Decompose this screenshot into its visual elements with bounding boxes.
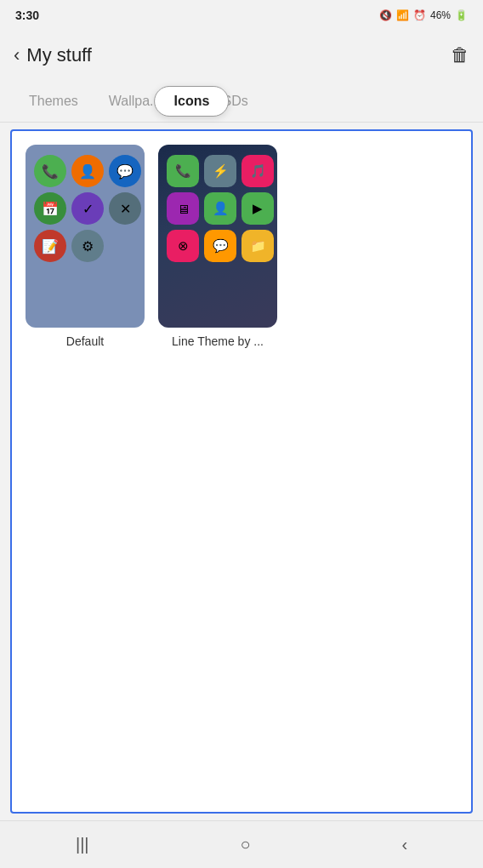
status-icons: 🔇 📶 ⏰ 46% 🔋 <box>379 9 468 21</box>
lt-share-icon: ⚡ <box>204 155 236 187</box>
bottom-nav: ||| ○ ‹ <box>0 820 483 868</box>
messages-icon: 💬 <box>109 155 141 187</box>
icon-set-default[interactable]: 📞 👤 💬 📅 ✓ ✕ 📝 ⚙ Default <box>26 145 145 348</box>
header-left: ‹ My stuff <box>14 44 92 66</box>
empty-icon <box>109 230 141 262</box>
battery-level: 46% <box>430 9 451 21</box>
x-icon: ✕ <box>109 192 141 225</box>
tab-themes[interactable]: Themes <box>14 85 94 117</box>
delete-button[interactable]: 🗑 <box>451 44 469 66</box>
settings-icon: ⚙ <box>71 230 104 262</box>
status-bar: 3:30 🔇 📶 ⏰ 46% 🔋 <box>0 0 483 31</box>
lt-phone-icon: 📞 <box>167 155 199 187</box>
lt-folder-icon: 📁 <box>242 230 274 262</box>
icon-set-line-theme[interactable]: 📞 ⚡ 🎵 🖥 👤 ▶ ⊗ 💬 📁 Line Theme by ... <box>158 145 277 348</box>
lt-block-icon: ⊗ <box>167 230 199 262</box>
default-preview: 📞 👤 💬 📅 ✓ ✕ 📝 ⚙ <box>26 145 145 328</box>
header: ‹ My stuff 🗑 <box>0 31 483 80</box>
phone-frame: 3:30 🔇 📶 ⏰ 46% 🔋 ‹ My stuff 🗑 Themes Wal… <box>0 0 483 868</box>
person-icon: 👤 <box>71 155 104 187</box>
tab-icons-container: Icons <box>176 93 207 110</box>
tab-bar: Themes Wallpa... Icons SDs <box>0 80 483 123</box>
tabs-wrapper: Themes Wallpa... Icons SDs <box>14 85 469 117</box>
back-button[interactable]: ‹ <box>14 44 20 66</box>
mute-icon: 🔇 <box>379 9 392 21</box>
nav-back-button[interactable]: ‹ <box>384 828 424 861</box>
icons-grid: 📞 👤 💬 📅 ✓ ✕ 📝 ⚙ Default <box>26 145 457 348</box>
page-title: My stuff <box>26 44 92 66</box>
line-theme-preview: 📞 ⚡ 🎵 🖥 👤 ▶ ⊗ 💬 📁 <box>158 145 277 328</box>
lt-display-icon: 🖥 <box>167 192 199 225</box>
content-area: 📞 👤 💬 📅 ✓ ✕ 📝 ⚙ Default <box>10 129 473 814</box>
nav-menu-button[interactable]: ||| <box>59 828 106 861</box>
wifi-icon: 📶 <box>396 9 409 21</box>
lt-chat-icon: 💬 <box>204 230 236 262</box>
battery-icon: 🔋 <box>455 9 468 21</box>
phone-icon: 📞 <box>34 155 66 187</box>
nav-home-button[interactable]: ○ <box>223 828 267 861</box>
default-label: Default <box>66 334 104 348</box>
lt-play-icon: ▶ <box>242 192 274 225</box>
alarm-icon: ⏰ <box>413 9 426 21</box>
calendar-icon: 📅 <box>34 192 66 225</box>
status-time: 3:30 <box>15 9 39 22</box>
lt-music-icon: 🎵 <box>242 155 274 187</box>
tab-icons[interactable]: Icons <box>155 86 230 117</box>
notes-icon: 📝 <box>34 230 66 262</box>
line-theme-label: Line Theme by ... <box>172 334 264 348</box>
lt-person-icon: 👤 <box>204 192 236 225</box>
check-icon: ✓ <box>71 192 104 225</box>
